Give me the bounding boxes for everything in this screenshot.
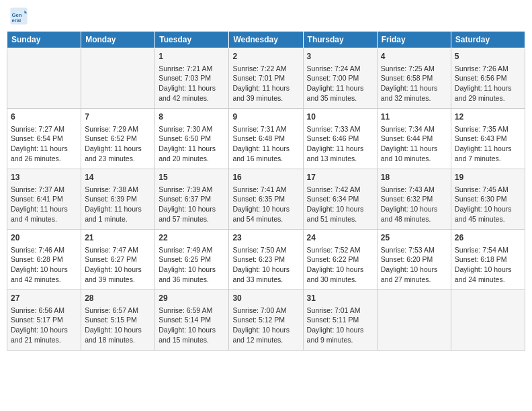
- cell-content: Sunset: 6:18 PM: [455, 255, 521, 265]
- calendar-cell: 3Sunrise: 7:24 AMSunset: 7:00 PMDaylight…: [303, 48, 377, 109]
- calendar-cell: 15Sunrise: 7:39 AMSunset: 6:37 PMDayligh…: [155, 169, 229, 230]
- day-number: 21: [85, 232, 151, 244]
- cell-content: Daylight: 10 hours and 48 minutes.: [381, 204, 447, 224]
- cell-content: Sunset: 5:11 PM: [307, 315, 373, 325]
- calendar-cell: 18Sunrise: 7:43 AMSunset: 6:32 PMDayligh…: [377, 169, 451, 230]
- cell-content: Daylight: 11 hours and 26 minutes.: [11, 144, 77, 163]
- cell-content: Daylight: 10 hours and 15 minutes.: [159, 325, 225, 345]
- cell-content: Daylight: 10 hours and 24 minutes.: [455, 265, 521, 284]
- calendar-cell: 20Sunrise: 7:46 AMSunset: 6:28 PMDayligh…: [7, 230, 81, 290]
- day-number: 26: [455, 232, 521, 244]
- cell-content: Sunset: 5:15 PM: [85, 315, 151, 325]
- calendar-cell: 24Sunrise: 7:52 AMSunset: 6:22 PMDayligh…: [303, 230, 377, 290]
- cell-content: Sunset: 5:14 PM: [159, 315, 225, 325]
- cell-content: Daylight: 10 hours and 12 minutes.: [232, 325, 299, 345]
- cell-content: Daylight: 11 hours and 4 minutes.: [11, 204, 77, 224]
- cell-content: Sunset: 6:37 PM: [159, 194, 225, 204]
- calendar-week-4: 20Sunrise: 7:46 AMSunset: 6:28 PMDayligh…: [7, 230, 525, 290]
- cell-content: Sunrise: 7:29 AM: [85, 124, 151, 134]
- cell-content: Sunset: 7:03 PM: [159, 73, 225, 83]
- day-number: 18: [381, 172, 447, 183]
- cell-content: Daylight: 10 hours and 9 minutes.: [307, 325, 373, 345]
- cell-content: Daylight: 11 hours and 1 minute.: [85, 204, 151, 224]
- header-tuesday: Tuesday: [155, 32, 229, 48]
- cell-content: Sunrise: 7:33 AM: [307, 124, 373, 134]
- day-number: 5: [455, 51, 521, 62]
- cell-content: Sunrise: 7:46 AM: [11, 245, 77, 255]
- calendar-cell: [81, 48, 155, 109]
- cell-content: Daylight: 11 hours and 10 minutes.: [381, 144, 447, 163]
- cell-content: Daylight: 10 hours and 39 minutes.: [85, 265, 151, 284]
- calendar-cell: 30Sunrise: 7:00 AMSunset: 5:12 PMDayligh…: [229, 290, 303, 351]
- calendar-cell: 11Sunrise: 7:34 AMSunset: 6:44 PMDayligh…: [377, 109, 451, 169]
- cell-content: Daylight: 10 hours and 18 minutes.: [85, 325, 151, 345]
- day-number: 2: [232, 51, 299, 62]
- calendar-cell: 29Sunrise: 6:59 AMSunset: 5:14 PMDayligh…: [155, 290, 229, 351]
- day-number: 22: [159, 232, 225, 244]
- calendar-cell: 5Sunrise: 7:26 AMSunset: 6:56 PMDaylight…: [451, 48, 525, 109]
- cell-content: Sunrise: 7:34 AM: [381, 124, 447, 134]
- day-number: 25: [381, 232, 447, 244]
- cell-content: Sunrise: 7:24 AM: [307, 64, 373, 74]
- cell-content: Sunset: 6:48 PM: [232, 134, 299, 144]
- calendar-cell: 8Sunrise: 7:30 AMSunset: 6:50 PMDaylight…: [155, 109, 229, 169]
- cell-content: Sunset: 5:17 PM: [11, 315, 77, 325]
- cell-content: Daylight: 11 hours and 23 minutes.: [85, 144, 151, 163]
- cell-content: Sunrise: 7:41 AM: [232, 185, 299, 195]
- logo: Gen eral: [9, 7, 31, 26]
- calendar-cell: 19Sunrise: 7:45 AMSunset: 6:30 PMDayligh…: [451, 169, 525, 230]
- cell-content: Sunset: 6:23 PM: [232, 255, 299, 265]
- cell-content: Sunset: 7:00 PM: [307, 73, 373, 83]
- cell-content: Sunrise: 7:39 AM: [159, 185, 225, 195]
- header-monday: Monday: [81, 32, 155, 48]
- day-number: 28: [85, 293, 151, 304]
- calendar-header-row: SundayMondayTuesdayWednesdayThursdayFrid…: [7, 32, 525, 48]
- logo-icon: Gen eral: [9, 7, 28, 26]
- day-number: 20: [11, 232, 77, 244]
- cell-content: Sunset: 5:12 PM: [232, 315, 299, 325]
- calendar-cell: 17Sunrise: 7:42 AMSunset: 6:34 PMDayligh…: [303, 169, 377, 230]
- day-number: 16: [232, 172, 299, 183]
- header-friday: Friday: [377, 32, 451, 48]
- cell-content: Daylight: 10 hours and 21 minutes.: [11, 325, 77, 345]
- cell-content: Sunset: 6:28 PM: [11, 255, 77, 265]
- day-number: 9: [232, 111, 299, 123]
- day-number: 19: [455, 172, 521, 183]
- cell-content: Sunset: 6:56 PM: [455, 73, 521, 83]
- day-number: 10: [307, 111, 373, 123]
- calendar-cell: 31Sunrise: 7:01 AMSunset: 5:11 PMDayligh…: [303, 290, 377, 351]
- day-number: 13: [11, 172, 77, 183]
- cell-content: Sunset: 6:46 PM: [307, 134, 373, 144]
- cell-content: Daylight: 11 hours and 20 minutes.: [159, 144, 225, 163]
- calendar-cell: 4Sunrise: 7:25 AMSunset: 6:58 PMDaylight…: [377, 48, 451, 109]
- calendar-week-1: 1Sunrise: 7:21 AMSunset: 7:03 PMDaylight…: [7, 48, 525, 109]
- cell-content: Daylight: 11 hours and 39 minutes.: [232, 83, 299, 103]
- cell-content: Daylight: 10 hours and 33 minutes.: [232, 265, 299, 284]
- cell-content: Sunset: 6:54 PM: [11, 134, 77, 144]
- day-number: 24: [307, 232, 373, 244]
- cell-content: Sunrise: 7:43 AM: [381, 185, 447, 195]
- calendar-cell: 21Sunrise: 7:47 AMSunset: 6:27 PMDayligh…: [81, 230, 155, 290]
- calendar-week-3: 13Sunrise: 7:37 AMSunset: 6:41 PMDayligh…: [7, 169, 525, 230]
- page-header: Gen eral: [7, 7, 525, 26]
- calendar-cell: 9Sunrise: 7:31 AMSunset: 6:48 PMDaylight…: [229, 109, 303, 169]
- day-number: 17: [307, 172, 373, 183]
- day-number: 11: [381, 111, 447, 123]
- cell-content: Sunset: 6:35 PM: [232, 194, 299, 204]
- calendar-cell: [377, 290, 451, 351]
- day-number: 14: [85, 172, 151, 183]
- cell-content: Daylight: 10 hours and 51 minutes.: [307, 204, 373, 224]
- cell-content: Sunrise: 7:25 AM: [381, 64, 447, 74]
- cell-content: Daylight: 10 hours and 57 minutes.: [159, 204, 225, 224]
- cell-content: Sunset: 7:01 PM: [232, 73, 299, 83]
- cell-content: Sunrise: 7:42 AM: [307, 185, 373, 195]
- header-saturday: Saturday: [451, 32, 525, 48]
- day-number: 29: [159, 293, 225, 304]
- cell-content: Sunrise: 7:26 AM: [455, 64, 521, 74]
- cell-content: Daylight: 10 hours and 45 minutes.: [455, 204, 521, 224]
- cell-content: Sunrise: 7:47 AM: [85, 245, 151, 255]
- calendar-cell: 22Sunrise: 7:49 AMSunset: 6:25 PMDayligh…: [155, 230, 229, 290]
- cell-content: Daylight: 10 hours and 27 minutes.: [381, 265, 447, 284]
- cell-content: Sunset: 6:52 PM: [85, 134, 151, 144]
- cell-content: Sunrise: 7:35 AM: [455, 124, 521, 134]
